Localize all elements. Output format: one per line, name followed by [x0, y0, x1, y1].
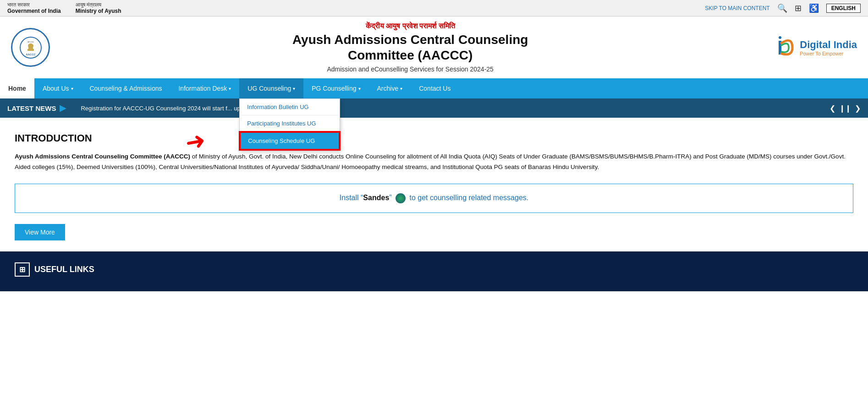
header-subtitle: Admission and eCounselling Services for … [50, 65, 770, 73]
news-controls: ❮ ❙❙ ❯ [822, 104, 868, 113]
sandes-icon [396, 193, 406, 203]
di-svg-logo [770, 32, 798, 64]
news-triangle-icon: ▶ [60, 103, 66, 113]
digital-india-text: Digital India Power To Empower [800, 39, 857, 56]
header-right: Digital India Power To Empower [770, 32, 857, 64]
dropdown-participating-institutes-ug[interactable]: Participating Institutes UG [240, 115, 340, 132]
nav-about-us[interactable]: About Us ▾ [34, 78, 82, 98]
news-ticker: LATEST NEWS ▶ Registration for AACCC-UG … [0, 98, 868, 118]
nav-archive[interactable]: Archive ▾ [369, 78, 411, 98]
nav-information-desk[interactable]: Information Desk ▾ [170, 78, 239, 98]
svg-point-3 [28, 44, 33, 48]
top-bar: भारत सरकार Government of India आयुष मंत्… [0, 0, 868, 16]
search-icon[interactable]: 🔍 [777, 3, 787, 13]
gov-ayush-english: Ministry of Ayush [76, 8, 121, 14]
dropdown-counseling-schedule-ug[interactable]: Counseling Schedule UG ➜ [240, 132, 340, 150]
nav-ug-counseling-container: UG Counseling ▾ Information Bulletin UG … [239, 78, 303, 98]
language-button[interactable]: ENGLISH [826, 4, 861, 13]
sandes-name: Sandes [363, 194, 389, 202]
gov-ayush: आयुष मंत्रालय Ministry of Ayush [76, 2, 121, 14]
gov-india: भारत सरकार Government of India [7, 2, 61, 14]
digital-india-tagline: Power To Empower [800, 51, 857, 56]
gov-india-english: Government of India [7, 8, 61, 14]
emblem-svg: AACCC AYUSH [19, 36, 42, 59]
digital-india-title: Digital India [800, 39, 857, 51]
gov-info: भारत सरकार Government of India आयुष मंत्… [7, 2, 121, 14]
view-more-button[interactable]: View More [15, 224, 65, 240]
aaccc-logo: AACCC AYUSH [11, 28, 50, 67]
svg-text:AYUSH: AYUSH [27, 41, 34, 43]
header-title: Ayush Admissions Central Counseling Comm… [50, 32, 770, 63]
nav-home[interactable]: Home [0, 78, 34, 98]
info-desk-arrow-icon: ▾ [229, 86, 231, 91]
svg-rect-6 [779, 36, 781, 39]
news-prev-btn[interactable]: ❮ [830, 104, 835, 113]
nav-counseling-admissions[interactable]: Counseling & Admissions [82, 78, 170, 98]
nav-ug-counseling[interactable]: UG Counseling ▾ [239, 78, 303, 98]
ug-counseling-dropdown: Information Bulletin UG Participating In… [239, 98, 340, 150]
useful-links-icon: ⊞ [15, 262, 30, 277]
logo-area: AACCC AYUSH [11, 28, 50, 67]
svg-text:AACCC: AACCC [26, 53, 36, 56]
header-center: केंद्रीय आयुष प्रवेश परामर्श समिति Ayush… [50, 22, 770, 73]
news-next-btn[interactable]: ❯ [855, 104, 861, 113]
sandes-box: Install “Sandes” to get counselling rela… [15, 184, 853, 213]
news-label: LATEST NEWS ▶ [0, 103, 73, 113]
footer: ⊞ USEFUL LINKS [0, 251, 868, 291]
ug-counseling-arrow-icon: ▾ [293, 86, 295, 91]
useful-links-heading: ⊞ USEFUL LINKS [15, 262, 853, 277]
nav-contact-us[interactable]: Contact Us [411, 78, 459, 98]
gov-india-hindi: भारत सरकार [7, 2, 61, 8]
gov-ayush-hindi: आयुष मंत्रालय [76, 2, 121, 8]
main-nav: Home About Us ▾ Counseling & Admissions … [0, 78, 868, 98]
archive-arrow-icon: ▾ [400, 86, 402, 91]
svg-point-8 [779, 48, 781, 50]
skip-to-main-link[interactable]: SKIP TO MAIN CONTENT [705, 5, 769, 11]
digital-india-logo: Digital India Power To Empower [770, 32, 857, 64]
about-us-arrow-icon: ▾ [71, 86, 73, 91]
intro-title: INTRODUCTION [15, 132, 853, 144]
dropdown-info-bulletin-ug[interactable]: Information Bulletin UG [240, 99, 340, 115]
news-pause-btn[interactable]: ❙❙ [839, 104, 851, 113]
accessibility-icon[interactable]: ♿ [809, 3, 819, 13]
pg-counselling-arrow-icon: ▾ [358, 86, 361, 91]
nav-pg-counselling[interactable]: PG Counselling ▾ [303, 78, 368, 98]
header: AACCC AYUSH केंद्रीय आयुष प्रवेश परामर्श… [0, 16, 868, 78]
top-bar-actions: SKIP TO MAIN CONTENT 🔍 ⊞ ♿ ENGLISH [705, 3, 861, 13]
news-text: Registration for AACCC-UG Counseling 202… [73, 105, 822, 112]
header-hindi-title: केंद्रीय आयुष प्रवेश परामर्श समिति [50, 22, 770, 30]
main-content: INTRODUCTION Ayush Admissions Central Co… [0, 118, 868, 251]
sandes-install-text: Install “Sandes” to get counselling rela… [340, 194, 528, 202]
sitemap-icon[interactable]: ⊞ [795, 3, 802, 13]
intro-paragraph: Ayush Admissions Central Counseling Comm… [15, 152, 853, 173]
